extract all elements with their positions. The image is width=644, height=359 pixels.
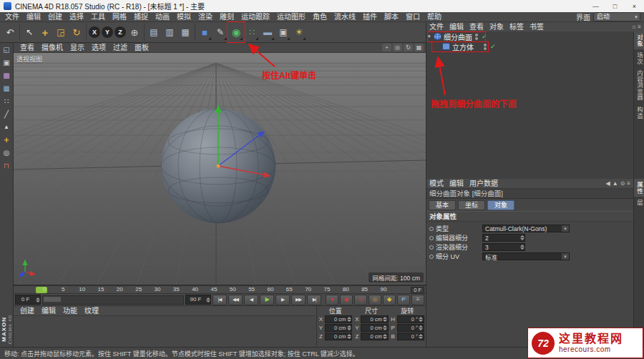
am-lock-icon[interactable]: ⊙ [620,179,625,188]
render-picture-viewer-icon[interactable]: ▥ [162,24,177,41]
coordinate-input[interactable]: 0 ° [397,333,424,340]
record-rotation-button[interactable]: ◆ [383,295,396,305]
timeline-scrollbar[interactable] [42,295,184,305]
snap-icon[interactable]: ⊓ [1,161,12,171]
menu-item[interactable]: 脚本 [381,13,402,21]
spinner-arrows-icon[interactable] [383,317,388,322]
panel-side-tab[interactable]: 层 [634,197,644,209]
dropdown-arrow-icon[interactable]: ▾ [562,225,569,232]
attribute-tab[interactable]: 坐标 [458,200,485,210]
spinner-arrows-icon[interactable] [346,334,351,339]
visibility-dots[interactable] [475,34,478,40]
menu-item[interactable]: 运动图形 [273,13,309,21]
attribute-menu-item[interactable]: 用户数据 [467,179,501,188]
panel-side-tab[interactable]: 场次 [634,49,644,67]
orbit-view-icon[interactable]: ↻ [404,44,413,51]
close-button[interactable]: × [625,0,644,12]
expand-arrow-icon[interactable]: ▾ [428,34,434,39]
rotate-tool-icon[interactable]: ↻ [69,24,84,41]
viewport-menu-item[interactable]: 选项 [88,43,109,53]
live-selection-icon[interactable]: ↖ [22,24,36,41]
pen-spline-icon[interactable]: ✎ [213,24,228,41]
menu-item[interactable]: 工具 [87,13,109,21]
view-label[interactable]: 透视视图 [16,54,42,64]
render-settings-icon[interactable]: ▦ [178,24,192,41]
spinner-arrows-icon[interactable] [205,297,210,303]
coordinate-input[interactable]: 0 cm [325,315,352,323]
add-cube-icon[interactable]: ■ [197,24,212,41]
enabled-check-icon[interactable]: ✓ [482,33,487,40]
menu-item[interactable]: 插件 [359,13,381,21]
spinner-arrows-icon[interactable] [383,334,388,339]
record-scale-button[interactable]: ◎ [369,295,381,305]
object-row[interactable]: ▾ 细分曲面 ✓ [426,31,633,41]
menu-item[interactable]: 流水线 [331,13,359,21]
animation-dot-icon[interactable] [429,227,434,231]
dropdown-arrow-icon[interactable]: ▾ [562,253,569,260]
enable-axis-icon[interactable]: + [1,135,12,145]
viewport-menu-item[interactable]: 面板 [131,43,152,53]
coordinate-input[interactable]: 0 cm [325,333,352,340]
menu-item[interactable]: 渲染 [195,13,216,21]
floor-icon[interactable]: ▬ [260,24,275,41]
panel-side-tab[interactable]: 对象 [634,31,644,49]
coordinate-input[interactable]: 0 ° [397,324,424,332]
object-manager-menu-item[interactable]: 书签 [527,22,547,31]
prev-frame-button[interactable]: ◀ [244,295,258,305]
spinner-arrows-icon[interactable] [519,245,525,250]
record-position-button[interactable]: ⊙ [354,295,367,305]
viewport-canvas[interactable]: 透视视图 网格间距: 100 cm [14,53,426,285]
object-manager-menu-item[interactable]: 文件 [426,22,447,31]
goto-start-button[interactable]: |◀ [213,295,227,305]
light-icon[interactable]: ☀ [292,24,306,41]
visibility-dots[interactable] [484,44,487,50]
menu-item[interactable]: 窗口 [402,13,424,21]
cloner-icon[interactable]: ∷ [245,24,259,41]
render-view-icon[interactable]: ▤ [147,24,161,41]
make-editable-icon[interactable]: ◱ [1,45,12,55]
panel-side-tab[interactable]: 构造 [634,104,644,122]
object-name[interactable]: 细分曲面 [444,31,474,42]
spinner-arrows-icon[interactable] [383,325,388,330]
property-field[interactable]: 3 ▾ [482,243,525,251]
polygons-mode-icon[interactable]: ▲ [1,122,12,132]
spinner-arrows-icon[interactable] [346,317,351,322]
attribute-tab[interactable]: 基本 [429,200,456,210]
enabled-check-icon[interactable]: ✓ [490,43,496,50]
menu-item[interactable]: 网格 [109,13,130,21]
object-manager-menu-item[interactable]: 查看 [467,22,487,31]
toggle-view-icon[interactable]: ▦ [414,44,424,51]
animation-dot-icon[interactable] [429,255,434,259]
object-manager-menu-item[interactable]: 编辑 [447,22,467,31]
coordinate-input[interactable]: 0 cm [361,324,388,332]
scale-tool-icon[interactable]: ◲ [54,24,68,41]
object-manager-menu-item[interactable]: 对象 [487,22,507,31]
am-back-icon[interactable]: ◀ [606,179,610,188]
coordinate-input[interactable]: 0 cm [325,324,352,332]
object-manager-menu-item[interactable]: 标签 [507,22,527,31]
viewport-menu-item[interactable]: 显示 [67,43,88,53]
attribute-menu-item[interactable]: 编辑 [447,179,467,188]
menu-item[interactable]: 编辑 [23,13,44,21]
spinner-arrows-icon[interactable] [346,325,351,330]
prev-key-button[interactable]: ◀◀ [228,295,243,305]
play-button[interactable]: ▶ [260,295,274,305]
property-field[interactable]: 2 ▾ [482,234,525,242]
material-menu-item[interactable]: 纹理 [81,306,102,315]
coordinate-input[interactable]: 0 cm [361,333,388,340]
animation-dot-icon[interactable] [429,245,434,250]
menu-item[interactable]: 雕刻 [216,13,238,21]
panel-side-tab[interactable]: 内容浏览器 [634,67,644,104]
coordinate-input[interactable]: 0 cm [361,315,388,323]
menu-item[interactable]: 文件 [1,13,23,21]
next-frame-button[interactable]: ▶ [275,295,290,305]
goto-end-button[interactable]: ▶| [307,295,321,305]
camera-icon[interactable]: ▣ [276,24,291,41]
workplane-icon[interactable]: ▦ [1,84,12,94]
menu-item[interactable]: 运动跟踪 [238,13,273,21]
interface-select[interactable]: 启动 ▾ [593,12,640,21]
spinner-arrows-icon[interactable] [419,334,424,339]
lock-x-axis-button[interactable]: X [89,26,100,38]
points-mode-icon[interactable]: ∷ [1,97,12,107]
menu-item[interactable]: 帮助 [424,13,445,21]
